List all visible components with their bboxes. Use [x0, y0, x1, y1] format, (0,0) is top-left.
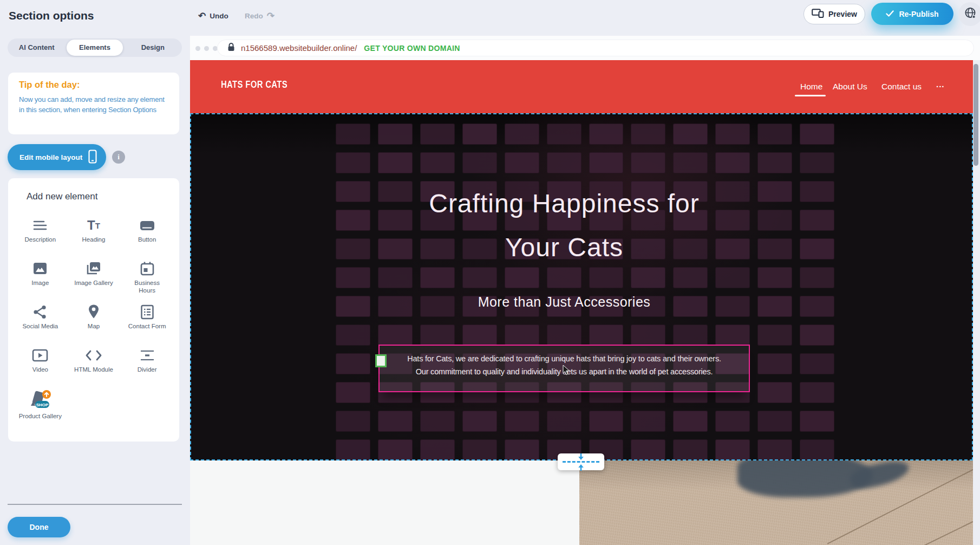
check-icon — [886, 10, 894, 18]
hero-tile — [715, 124, 750, 145]
hero-title[interactable]: Crafting Happiness for Your Cats — [190, 181, 938, 269]
tab-ai-content[interactable]: AI Content — [9, 40, 64, 56]
hero-subtitle[interactable]: More than Just Accessories — [190, 294, 938, 310]
element-image-gallery[interactable]: Image Gallery — [67, 259, 121, 303]
hero-tile — [505, 124, 539, 145]
undo-button[interactable]: ↶ Undo — [198, 9, 228, 23]
hero-tile — [673, 411, 708, 432]
element-divider[interactable]: Divider — [120, 346, 174, 390]
element-grid: Description TT Heading Button Image Imag… — [14, 178, 174, 433]
element-heading[interactable]: TT Heading — [67, 216, 121, 259]
hero-tile — [547, 267, 582, 288]
edit-mobile-label: Edit mobile layout — [19, 153, 82, 161]
done-button[interactable]: Done — [8, 517, 70, 537]
hero-tile — [336, 411, 370, 432]
browser-dot — [204, 46, 209, 51]
tab-elements[interactable]: Elements — [67, 40, 122, 56]
browser-dot — [195, 46, 200, 51]
preview-button[interactable]: Preview — [803, 4, 865, 24]
hero-tile — [378, 411, 413, 432]
mouse-cursor — [563, 365, 570, 378]
hero-tile — [505, 267, 539, 288]
hero-tile — [420, 439, 455, 460]
nav-home[interactable]: Home — [800, 82, 822, 92]
hero-tile — [673, 124, 708, 145]
globe-icon — [964, 7, 977, 22]
hero-tile — [547, 325, 582, 346]
element-button[interactable]: Button — [120, 216, 174, 259]
hero-tile — [631, 325, 665, 346]
element-map[interactable]: Map — [67, 303, 121, 346]
add-element-panel: Add new element Description TT Heading B… — [8, 178, 179, 442]
edit-mobile-layout-button[interactable]: Edit mobile layout — [8, 144, 106, 170]
product-gallery-icon: SHOP — [28, 390, 53, 411]
selected-text-element[interactable]: Hats for Cats, we are dedicated to craft… — [378, 345, 750, 392]
hero-tile — [378, 325, 413, 346]
scrollbar-thumb[interactable] — [974, 64, 978, 166]
globe-button[interactable] — [958, 2, 980, 26]
element-html-module[interactable]: HTML Module — [67, 346, 121, 390]
section-resize-handle[interactable] — [558, 453, 604, 470]
hero-tile — [378, 152, 413, 173]
hero-tile — [589, 152, 624, 173]
element-product-gallery[interactable]: SHOP Product Gallery — [14, 390, 67, 433]
image-gallery-icon — [86, 259, 102, 278]
hero-tile — [505, 411, 539, 432]
preview-label: Preview — [828, 10, 857, 18]
site-preview: HATS FOR CATS Home About Us Contact us ·… — [190, 60, 973, 545]
hero-tile — [757, 411, 792, 432]
hero-tile — [757, 382, 792, 403]
devices-icon — [812, 9, 824, 20]
hero-tile — [631, 439, 665, 460]
hero-tile — [336, 382, 370, 403]
element-description[interactable]: Description — [14, 216, 67, 259]
republish-label: Re-Publish — [899, 10, 938, 18]
hero-tile — [505, 439, 539, 460]
element-video[interactable]: Video — [14, 346, 67, 390]
browser-chrome: n1566589.websitebuilder.online/ GET YOUR… — [190, 36, 980, 60]
url-text: n1566589.websitebuilder.online/ — [241, 43, 357, 53]
hero-tile — [336, 152, 370, 173]
nav-contact-us[interactable]: Contact us — [881, 82, 922, 92]
nav-about-us[interactable]: About Us — [833, 82, 867, 92]
hero-tile — [757, 124, 792, 145]
hero-tile — [462, 152, 497, 173]
hero-tile — [336, 439, 370, 460]
redo-button[interactable]: Redo ↷ — [245, 9, 275, 23]
hero-tile — [505, 325, 539, 346]
get-your-own-domain-link[interactable]: GET YOUR OWN DOMAIN — [364, 44, 460, 53]
address-bar[interactable]: n1566589.websitebuilder.online/ GET YOUR… — [217, 40, 974, 56]
hero-tile — [547, 411, 582, 432]
hero-tile — [631, 152, 665, 173]
hero-tile — [378, 124, 413, 145]
sand-image — [579, 460, 973, 545]
republish-button[interactable]: Re-Publish — [871, 3, 953, 25]
hero-tile — [462, 439, 497, 460]
hero-tile — [673, 267, 708, 288]
video-icon — [32, 346, 48, 365]
next-section[interactable] — [190, 460, 973, 545]
element-contact-form[interactable]: Contact Form — [120, 303, 174, 346]
hero-section[interactable]: Crafting Happiness for Your Cats More th… — [190, 113, 973, 460]
element-image[interactable]: Image — [14, 259, 67, 303]
hero-tile — [757, 152, 792, 173]
hero-tile — [505, 152, 539, 173]
tip-card: Tip of the day: Now you can add, move an… — [8, 73, 179, 134]
tab-design[interactable]: Design — [125, 40, 181, 56]
hero-tile — [589, 325, 624, 346]
hero-tile — [800, 124, 834, 145]
nav-more[interactable]: ··· — [936, 82, 945, 92]
element-social-media[interactable]: Social Media — [14, 303, 67, 346]
hero-tile — [336, 124, 370, 145]
info-icon[interactable]: i — [112, 151, 125, 164]
hero-tile — [673, 325, 708, 346]
site-logo[interactable]: HATS FOR CATS — [221, 79, 288, 90]
hero-tile — [589, 411, 624, 432]
hero-tile — [757, 353, 792, 374]
element-business-hours[interactable]: Business Hours — [120, 259, 174, 303]
topbar: Section options ↶ Undo Redo ↷ Preview Re… — [0, 0, 980, 36]
hero-tile — [715, 325, 750, 346]
arrow-down-icon — [577, 453, 585, 463]
business-hours-icon — [140, 259, 155, 278]
hero-tile — [378, 267, 413, 288]
